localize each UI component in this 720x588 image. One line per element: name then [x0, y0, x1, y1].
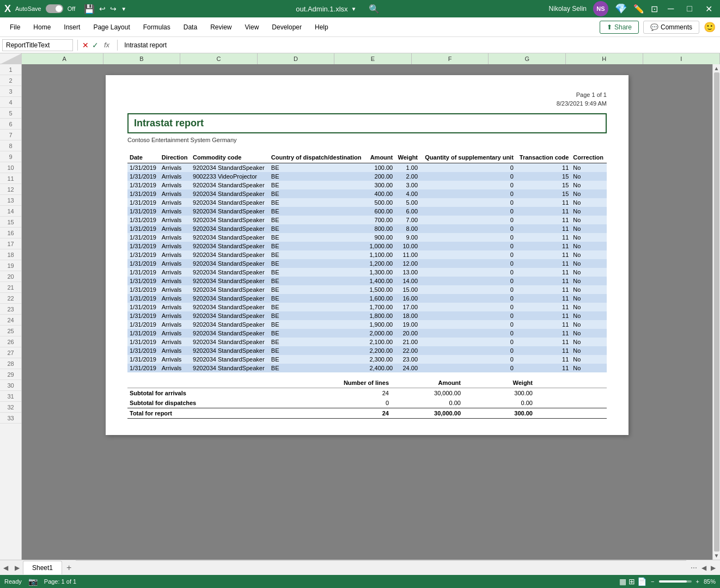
row-header-14[interactable]: 14: [0, 206, 21, 217]
row-header-7[interactable]: 7: [0, 130, 21, 140]
autosave-toggle[interactable]: [46, 4, 63, 13]
quick-access-dropdown-icon[interactable]: ▼: [121, 6, 126, 12]
col-header-H[interactable]: H: [566, 53, 643, 64]
menu-review[interactable]: Review: [205, 21, 237, 33]
menu-data[interactable]: Data: [178, 21, 203, 33]
menu-page-layout[interactable]: Page Layout: [88, 21, 135, 33]
confirm-formula-icon[interactable]: ✓: [92, 41, 99, 50]
sheet-nav-icon[interactable]: ⋯: [691, 564, 697, 572]
row-header-10[interactable]: 10: [0, 162, 21, 173]
minimize-button[interactable]: ─: [664, 4, 677, 14]
page-break-view-icon[interactable]: ⊞: [629, 577, 635, 586]
row-header-19[interactable]: 19: [0, 260, 21, 271]
col-header-F[interactable]: F: [412, 53, 489, 64]
sheet-nav-next[interactable]: ▶: [11, 564, 23, 572]
maximize-button[interactable]: □: [684, 4, 695, 14]
menu-help[interactable]: Help: [309, 21, 334, 33]
row-header-16[interactable]: 16: [0, 228, 21, 238]
row-header-4[interactable]: 4: [0, 97, 21, 108]
col-header-E[interactable]: E: [334, 53, 412, 64]
row-header-24[interactable]: 24: [0, 315, 21, 326]
zoom-plus-icon[interactable]: +: [696, 578, 699, 585]
cell-weight: 23.00: [395, 355, 420, 364]
menu-insert[interactable]: Insert: [58, 21, 86, 33]
row-header-1[interactable]: 1: [0, 64, 21, 75]
row-header-25[interactable]: 25: [0, 326, 21, 336]
row-header-31[interactable]: 31: [0, 391, 21, 402]
cell-commodity: 9202034 StandardSpeaker: [191, 163, 269, 173]
normal-view-icon[interactable]: ▦: [619, 577, 626, 586]
row-header-11[interactable]: 11: [0, 173, 21, 184]
col-header-C[interactable]: C: [180, 53, 258, 64]
select-all-icon[interactable]: [0, 53, 22, 64]
row-header-17[interactable]: 17: [0, 238, 21, 249]
sheet-scroll-left-icon[interactable]: ◀: [701, 564, 706, 572]
zoom-minus-icon[interactable]: −: [651, 578, 654, 585]
row-header-23[interactable]: 23: [0, 304, 21, 315]
menu-developer[interactable]: Developer: [266, 21, 307, 33]
sheet-nav-prev[interactable]: ◀: [0, 564, 11, 572]
name-box[interactable]: [2, 39, 73, 51]
row-header-33[interactable]: 33: [0, 413, 21, 424]
save-icon[interactable]: 💾: [84, 4, 95, 14]
zoom-slider[interactable]: [659, 580, 692, 583]
redo-icon[interactable]: ↪: [110, 4, 117, 13]
pen-icon[interactable]: ✏️: [633, 4, 644, 14]
row-header-12[interactable]: 12: [0, 184, 21, 195]
search-icon[interactable]: 🔍: [369, 4, 380, 14]
menu-home[interactable]: Home: [28, 21, 56, 33]
row-header-18[interactable]: 18: [0, 249, 21, 260]
sheet-tab-sheet1[interactable]: Sheet1: [23, 561, 62, 574]
cell-commodity: 9202034 StandardSpeaker: [191, 224, 269, 233]
total-extra: [535, 408, 607, 419]
zoom-level[interactable]: 85%: [704, 578, 716, 585]
row-header-28[interactable]: 28: [0, 358, 21, 369]
menu-view[interactable]: View: [240, 21, 265, 33]
row-header-9[interactable]: 9: [0, 151, 21, 162]
cancel-formula-icon[interactable]: ✕: [82, 41, 89, 50]
sheet-content[interactable]: Page 1 of 1 8/23/2021 9:49 AM Intrastat …: [22, 64, 712, 560]
restore-icon[interactable]: ⊡: [651, 4, 658, 14]
diamond-icon[interactable]: 💎: [615, 3, 627, 15]
add-sheet-button[interactable]: +: [62, 561, 76, 575]
cell-date: 1/31/2019: [127, 277, 160, 285]
vertical-scrollbar[interactable]: ▲ ▼: [712, 64, 720, 560]
row-header-8[interactable]: 8: [0, 140, 21, 151]
sheet-scroll-right-icon[interactable]: ▶: [711, 564, 716, 572]
row-header-5[interactable]: 5: [0, 108, 21, 119]
row-header-15[interactable]: 15: [0, 217, 21, 228]
formula-input[interactable]: [122, 40, 718, 50]
emoji-icon[interactable]: 🙂: [704, 21, 716, 33]
cell-trans: 11: [516, 294, 571, 303]
row-header-13[interactable]: 13: [0, 195, 21, 206]
cell-direction: Arrivals: [160, 329, 191, 338]
row-header-32[interactable]: 32: [0, 402, 21, 413]
row-header-27[interactable]: 27: [0, 347, 21, 358]
col-header-A[interactable]: A: [26, 53, 103, 64]
col-header-B[interactable]: B: [103, 53, 181, 64]
undo-icon[interactable]: ↩: [99, 4, 106, 13]
col-header-I[interactable]: I: [643, 53, 721, 64]
menu-formulas[interactable]: Formulas: [138, 21, 176, 33]
row-header-21[interactable]: 21: [0, 282, 21, 293]
close-button[interactable]: ✕: [702, 4, 716, 14]
row-header-22[interactable]: 22: [0, 293, 21, 304]
row-header-26[interactable]: 26: [0, 336, 21, 347]
menu-file[interactable]: File: [4, 21, 26, 33]
filename[interactable]: out.Admin.1.xlsx: [296, 5, 347, 13]
row-header-2[interactable]: 2: [0, 75, 21, 86]
filename-dropdown-icon[interactable]: ▼: [351, 6, 357, 12]
formula-separator2: [117, 40, 118, 51]
col-header-D[interactable]: D: [258, 53, 335, 64]
col-header-G[interactable]: G: [489, 53, 566, 64]
row-header-6[interactable]: 6: [0, 119, 21, 130]
comments-button[interactable]: 💬 Comments: [643, 21, 699, 34]
row-header-3[interactable]: 3: [0, 86, 21, 97]
tab-spacer: [76, 560, 686, 575]
share-button[interactable]: ⬆ Share: [600, 21, 639, 34]
row-header-29[interactable]: 29: [0, 369, 21, 380]
row-header-20[interactable]: 20: [0, 271, 21, 282]
row-header-30[interactable]: 30: [0, 380, 21, 391]
camera-icon[interactable]: 📷: [28, 577, 38, 586]
page-layout-view-icon[interactable]: 📄: [637, 577, 646, 586]
